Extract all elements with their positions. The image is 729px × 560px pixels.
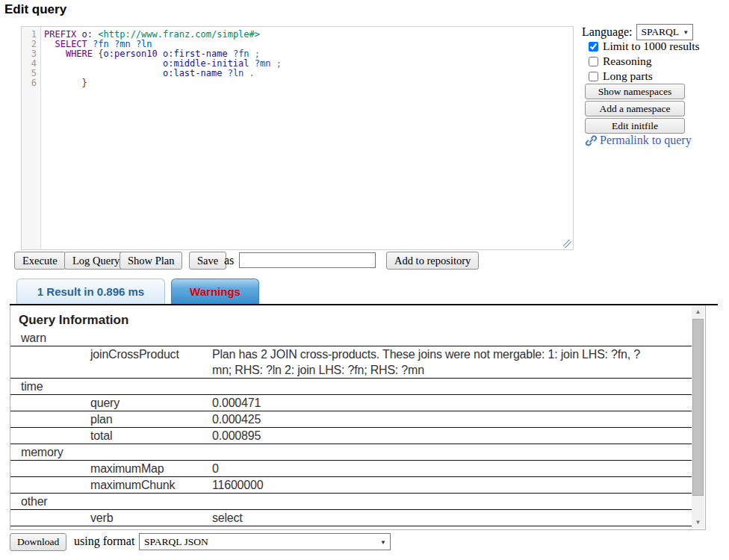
add-to-repository-button[interactable]: Add to repository xyxy=(386,252,479,270)
permalink-to-query-link[interactable]: Permalink to query xyxy=(585,134,692,147)
save-as-label: as xyxy=(224,254,234,267)
row-key: maximumChunk xyxy=(90,477,212,493)
row-key: joinCrossProduct xyxy=(90,346,212,378)
show-namespaces-button[interactable]: Show namespaces xyxy=(585,84,685,99)
line-number: 6 xyxy=(22,78,40,88)
option-label: Long parts xyxy=(603,69,653,83)
option-checkbox-limit-to-1000-results[interactable] xyxy=(589,42,598,52)
language-row: Language: SPARQL xyxy=(582,24,693,40)
scroll-up-icon[interactable] xyxy=(692,305,704,318)
row-value: 0.000471 xyxy=(212,395,261,411)
option-label: Limit to 1000 results xyxy=(603,40,700,53)
format-select[interactable]: SPARQL JSON xyxy=(139,533,391,550)
page-title: Edit query xyxy=(4,2,66,17)
row-value: 0.000895 xyxy=(212,428,261,444)
download-button[interactable]: Download xyxy=(10,533,66,551)
vertical-scrollbar[interactable] xyxy=(692,305,704,529)
format-select-value: SPARQL JSON xyxy=(144,536,208,548)
section-time: time xyxy=(10,379,692,395)
show-plan-button[interactable]: Show Plan xyxy=(120,252,182,270)
editor-resize-handle-icon[interactable] xyxy=(563,240,571,248)
row-maximumChunk: maximumChunk11600000 xyxy=(10,477,692,494)
language-select-value: SPARQL xyxy=(642,26,680,38)
link-chain-icon xyxy=(585,134,598,147)
save-name-input[interactable] xyxy=(239,252,376,268)
save-button[interactable]: Save xyxy=(189,252,226,270)
query-info-table: warnjoinCrossProductPlan has 2 JOIN cros… xyxy=(10,330,692,526)
options-list: Limit to 1000 resultsReasoningLong parts xyxy=(589,39,700,84)
row-key: plan xyxy=(90,411,212,427)
tab-warnings[interactable]: Warnings xyxy=(171,279,259,304)
scrollbar-thumb[interactable] xyxy=(692,319,704,496)
using-format-label: using format xyxy=(74,535,134,548)
row-joinCrossProduct: joinCrossProductPlan has 2 JOIN cross-pr… xyxy=(10,346,692,379)
row-key: maximumMap xyxy=(90,461,212,476)
row-verb: verbselect xyxy=(10,510,692,526)
row-maximumMap: maximumMap0 xyxy=(10,461,692,477)
query-information-panel: Query Information warnjoinCrossProductPl… xyxy=(10,305,706,530)
row-value: 0.000425 xyxy=(212,411,261,427)
edit-initfile-button[interactable]: Edit initfile xyxy=(585,118,685,134)
row-value: Plan has 2 JOIN cross-products. These jo… xyxy=(212,346,651,378)
execute-button[interactable]: Execute xyxy=(14,252,66,270)
tab-results[interactable]: 1 Result in 0.896 ms xyxy=(16,279,165,304)
language-select[interactable]: SPARQL xyxy=(636,24,694,40)
option-reasoning[interactable]: Reasoning xyxy=(589,54,700,69)
row-plan: plan0.000425 xyxy=(10,411,692,428)
add-a-namespace-button[interactable]: Add a namespace xyxy=(585,101,685,116)
row-key: verb xyxy=(90,510,212,526)
option-checkbox-long-parts[interactable] xyxy=(589,72,598,81)
row-value: 11600000 xyxy=(212,477,263,493)
code-line-6: } xyxy=(44,78,573,88)
editor-code-lines: PREFIX o: <http://www.franz.com/simple#>… xyxy=(44,30,573,88)
chevron-down-icon xyxy=(683,29,689,36)
section-memory: memory xyxy=(10,444,692,461)
chevron-down-icon xyxy=(380,538,386,545)
option-label: Reasoning xyxy=(603,55,651,68)
row-total: total0.000895 xyxy=(10,428,692,444)
row-value: 0 xyxy=(212,461,219,476)
code-line-5: o:last-name ?ln . xyxy=(44,69,573,78)
section-warn: warn xyxy=(10,330,692,346)
row-value: select xyxy=(212,510,243,526)
row-key: total xyxy=(90,428,212,444)
option-long-parts[interactable]: Long parts xyxy=(589,69,700,84)
query-information-heading: Query Information xyxy=(19,313,705,328)
option-checkbox-reasoning[interactable] xyxy=(589,57,598,66)
language-label: Language: xyxy=(582,25,633,39)
permalink-label: Permalink to query xyxy=(600,134,692,147)
log-query-button[interactable]: Log Query xyxy=(64,252,128,270)
row-query: query0.000471 xyxy=(10,395,692,411)
row-key: query xyxy=(90,395,212,411)
option-limit-to-1000-results[interactable]: Limit to 1000 results xyxy=(589,39,700,54)
scroll-down-icon[interactable] xyxy=(692,516,704,529)
namespace-buttons: Show namespacesAdd a namespaceEdit initf… xyxy=(585,84,685,134)
editor-code[interactable]: PREFIX o: <http://www.franz.com/simple#>… xyxy=(41,27,573,249)
section-other: other xyxy=(10,494,692,510)
query-editor[interactable]: 123456 PREFIX o: <http://www.franz.com/s… xyxy=(21,26,574,250)
editor-gutter: 123456 xyxy=(22,27,41,249)
